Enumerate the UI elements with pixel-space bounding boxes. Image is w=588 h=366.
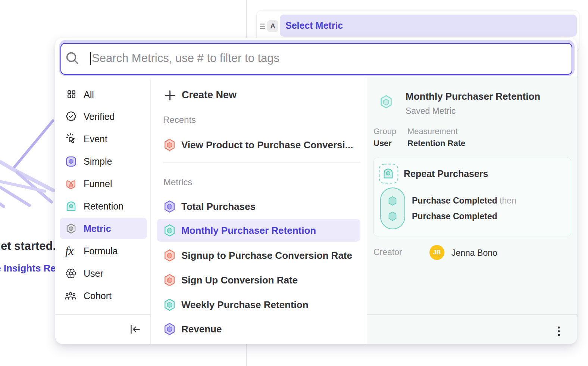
svg-text:fx: fx <box>65 245 74 257</box>
